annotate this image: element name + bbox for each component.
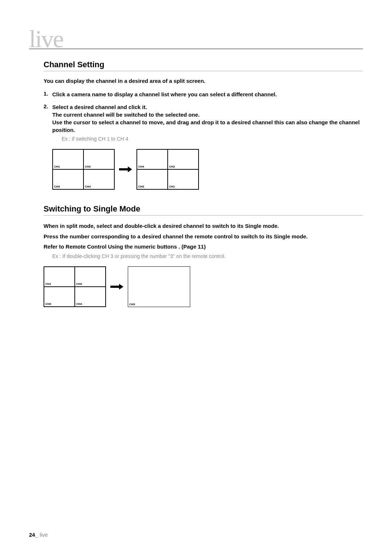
grid-cell: CH4 [75, 287, 106, 307]
step-2: 2. Select a desired channel and click it… [44, 103, 363, 142]
step-1: 1. Click a camera name to display a chan… [44, 90, 363, 98]
channel-setting-intro: You can display the channel in a desired… [44, 78, 363, 84]
grid-cell: CH2 [168, 149, 199, 169]
svg-marker-3 [119, 284, 123, 290]
section-heading-channel-setting: Channel Setting [44, 60, 363, 71]
footer-label: live [38, 532, 48, 538]
grid-cell: CH1 [53, 149, 83, 169]
switching-diagram: CH1 CH2 CH3 CH4 CH3 [44, 266, 363, 307]
grid-cell: CH1 [44, 267, 75, 287]
grid-cell: CH4 [137, 149, 168, 169]
grid-cell: CH3 [44, 287, 75, 307]
arrow-icon [115, 166, 136, 173]
switching-line-1: When in split mode, select and double-cl… [44, 222, 363, 230]
svg-rect-0 [119, 168, 128, 170]
page-header: live [29, 29, 363, 49]
arrow-icon [106, 283, 128, 290]
grid-cell: CH3 [137, 169, 168, 189]
switching-example: Ex : If double-clicking CH 3 or pressing… [52, 253, 363, 259]
grid-cell: CH2 [83, 149, 114, 169]
grid-cell: CH3 [53, 169, 83, 189]
step-number: 1. [44, 90, 52, 98]
single-after: CH3 [128, 266, 190, 307]
channel-setting-diagram: CH1 CH2 CH3 CH4 CH4 CH2 CH3 CH1 [52, 149, 363, 190]
section-heading-switching-single: Switching to Single Mode [44, 204, 363, 215]
grid-before: CH1 CH2 CH3 CH4 [44, 266, 106, 307]
step-body: Click a camera name to display a channel… [52, 90, 363, 98]
grid-after: CH4 CH2 CH3 CH1 [136, 149, 199, 190]
step-number: 2. [44, 103, 52, 142]
content-area: Channel Setting You can display the chan… [29, 49, 363, 307]
page-number: 24 [29, 532, 35, 538]
page-footer: 24_ live [29, 532, 48, 538]
grid-before: CH1 CH2 CH3 CH4 [52, 149, 115, 190]
switching-line-3: Refer to Remote Control Using the numeri… [44, 243, 363, 251]
switching-line-2: Press the number corresponding to a desi… [44, 233, 363, 241]
step-text: Click a camera name to display a channel… [52, 90, 363, 98]
svg-rect-2 [110, 286, 119, 288]
footer-sep: _ [35, 532, 38, 538]
step-body: Select a desired channel and click it. T… [52, 103, 363, 142]
step-text-line: Use the cursor to select a channel to mo… [52, 118, 363, 134]
example-text: Ex : if switching CH 1 to CH 4 [62, 136, 363, 142]
grid-cell: CH1 [168, 169, 199, 189]
channel-setting-steps: 1. Click a camera name to display a chan… [44, 90, 363, 142]
svg-marker-1 [128, 166, 132, 172]
grid-cell: CH2 [75, 267, 106, 287]
step-text-line: The current channel will be switched to … [52, 111, 363, 118]
step-text-line: Select a desired channel and click it. [52, 103, 363, 111]
grid-cell: CH4 [83, 169, 114, 189]
